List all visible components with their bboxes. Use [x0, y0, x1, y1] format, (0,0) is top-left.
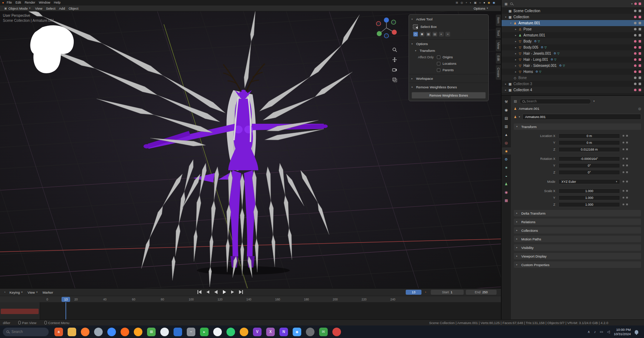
- properties-editor-icon[interactable]: ▤: [514, 99, 517, 103]
- modifier-wrench-icon[interactable]: ⚙: [553, 52, 556, 55]
- y-field[interactable]: 0 m: [558, 140, 620, 145]
- modifier-wrench-icon[interactable]: ⚙: [559, 64, 562, 67]
- chevron-right-icon[interactable]: ▸: [514, 70, 518, 73]
- decorator-icon[interactable]: [626, 190, 628, 192]
- hide-viewport-icon[interactable]: [634, 52, 636, 55]
- select-mode-5-icon[interactable]: ◐: [439, 31, 444, 37]
- properties-tab-render[interactable]: ◉: [502, 106, 511, 113]
- mesh-data-icon[interactable]: ▽: [539, 70, 541, 73]
- modifier-wrench-icon[interactable]: ⚙: [541, 46, 543, 49]
- animate-property-icon[interactable]: [623, 148, 624, 150]
- preview-range-icon[interactable]: ◔: [424, 290, 426, 294]
- section-custom-properties[interactable]: ▸Custom Properties: [514, 261, 641, 268]
- disable-render-icon[interactable]: [639, 22, 641, 24]
- sidebar-tab-item[interactable]: Item: [496, 14, 501, 26]
- properties-tab-material[interactable]: ◉: [502, 188, 511, 196]
- remove-weightless-bones-button[interactable]: Remove Weightless Bones: [411, 92, 486, 99]
- disable-render-icon[interactable]: [639, 58, 641, 61]
- taskbar-app-8[interactable]: ⊞: [147, 328, 156, 336]
- hide-viewport-icon[interactable]: [634, 10, 636, 12]
- chevron-right-icon[interactable]: ▸: [514, 28, 518, 31]
- taskbar-app-18[interactable]: N: [279, 328, 288, 336]
- animate-property-icon[interactable]: [623, 171, 624, 173]
- viewport-visibility-icon[interactable]: [639, 3, 641, 5]
- mesh-data-icon[interactable]: ▽: [538, 40, 540, 43]
- timeline-menu-keying[interactable]: Keying▾: [7, 290, 25, 294]
- hide-viewport-icon[interactable]: [634, 28, 636, 30]
- taskbar-app-19[interactable]: ◆: [293, 328, 301, 336]
- viewport-menu-add[interactable]: Add: [57, 6, 67, 10]
- y-field[interactable]: 1.000: [558, 195, 620, 200]
- origins-checkbox[interactable]: [437, 55, 440, 59]
- properties-tab-texture[interactable]: ▩: [502, 197, 511, 204]
- breadcrumb-object-label[interactable]: Armature.001: [519, 107, 540, 111]
- timeline-tracks[interactable]: [0, 302, 501, 319]
- outliner-row[interactable]: ▸▽Hair - Sideswept.001⚙▽: [502, 63, 644, 69]
- properties-tab-particles[interactable]: ∗: [502, 164, 511, 171]
- tray-mic-icon[interactable]: ♪: [594, 330, 596, 334]
- playhead-line[interactable]: [65, 302, 66, 319]
- outliner-row[interactable]: ▦Scene Collection: [502, 8, 644, 14]
- z-field[interactable]: 0.012168 m: [558, 147, 620, 152]
- taskbar-app-16[interactable]: V: [253, 328, 262, 336]
- search-icon[interactable]: [510, 3, 513, 5]
- material-shading-icon[interactable]: ◉: [488, 1, 490, 4]
- viewport-menu-select[interactable]: Select: [44, 6, 57, 10]
- taskbar-app-3[interactable]: [81, 328, 89, 336]
- mesh-data-icon[interactable]: ▽: [557, 52, 559, 55]
- tray-display-icon[interactable]: ▭: [600, 330, 603, 334]
- sidebar-tab-create[interactable]: Create: [496, 65, 501, 80]
- decorator-icon[interactable]: [626, 171, 628, 173]
- disable-render-icon[interactable]: [639, 70, 641, 73]
- properties-tab-world[interactable]: ◎: [502, 139, 511, 146]
- outliner-editor-icon[interactable]: ▦: [504, 2, 508, 6]
- properties-tab-view-layer[interactable]: ▥: [502, 123, 511, 130]
- timeline-menu-view[interactable]: View▾: [25, 290, 40, 294]
- object-name-field[interactable]: Armature.001: [522, 114, 641, 120]
- timeline-editor-icon[interactable]: ◔: [2, 290, 7, 294]
- y-neg-handle[interactable]: [391, 20, 396, 24]
- x-neg-handle[interactable]: [376, 21, 381, 26]
- outliner-row[interactable]: ▸▽Hair - Jewels.001⚙▽: [502, 50, 644, 57]
- workspace-section-header[interactable]: ▸ Workspace: [411, 75, 486, 82]
- taskbar-app-15[interactable]: [240, 328, 248, 336]
- taskbar-app-21[interactable]: ✉: [319, 328, 328, 336]
- modifier-wrench-icon[interactable]: ⚙: [536, 70, 538, 73]
- section-relations[interactable]: ▸Relations: [514, 219, 641, 225]
- transform-section-header[interactable]: ▾ Transform: [411, 47, 486, 54]
- outliner-row[interactable]: ▾▦Collection: [502, 14, 644, 20]
- taskbar-search[interactable]: [3, 328, 49, 336]
- disable-render-icon[interactable]: [639, 28, 641, 30]
- select-mode-3-icon[interactable]: ▦: [426, 31, 431, 37]
- disable-render-icon[interactable]: [639, 83, 641, 85]
- remove-weightless-bones-section-header[interactable]: ▾ Remove Weightless Bones: [411, 84, 486, 90]
- outliner-row[interactable]: ◇Bone: [502, 75, 644, 81]
- proportional-icon[interactable]: ◎: [460, 1, 463, 4]
- menu-file[interactable]: File: [5, 1, 14, 4]
- animate-property-icon[interactable]: [623, 197, 624, 199]
- disable-render-icon[interactable]: [639, 40, 641, 43]
- timeline-ruler[interactable]: 13 020406080100120140160180200220240: [0, 296, 501, 302]
- chevron-right-icon[interactable]: ▸: [514, 58, 518, 61]
- taskbar-app-11[interactable]: –: [187, 328, 195, 336]
- filter-icon[interactable]: ▾: [631, 3, 633, 5]
- scale-x-field[interactable]: 1.000: [558, 188, 620, 194]
- animate-property-icon[interactable]: [623, 135, 624, 137]
- zoom-icon[interactable]: [391, 46, 399, 54]
- jump-to-start-button[interactable]: [196, 289, 203, 295]
- decorator-icon[interactable]: [626, 181, 628, 182]
- taskbar-app-10[interactable]: [174, 328, 182, 336]
- outliner-row[interactable]: ▸▽Hair - Long.001⚙▽: [502, 57, 644, 63]
- chevron-right-icon[interactable]: ▸: [514, 40, 518, 43]
- rotation-x-field[interactable]: -0.0000164°: [558, 156, 620, 161]
- animate-property-icon[interactable]: [623, 190, 624, 192]
- taskbar-app-7[interactable]: [134, 328, 142, 336]
- taskbar-app-5[interactable]: [107, 328, 116, 336]
- chevron-down-icon[interactable]: ▾: [509, 22, 513, 25]
- taskbar-app-2[interactable]: [68, 328, 76, 336]
- navigation-gizmo[interactable]: [375, 16, 398, 39]
- properties-tab-object[interactable]: ■: [502, 147, 511, 155]
- hide-viewport-icon[interactable]: [634, 40, 636, 43]
- viewport-menu-view[interactable]: View: [33, 6, 44, 10]
- disable-render-icon[interactable]: [639, 46, 641, 49]
